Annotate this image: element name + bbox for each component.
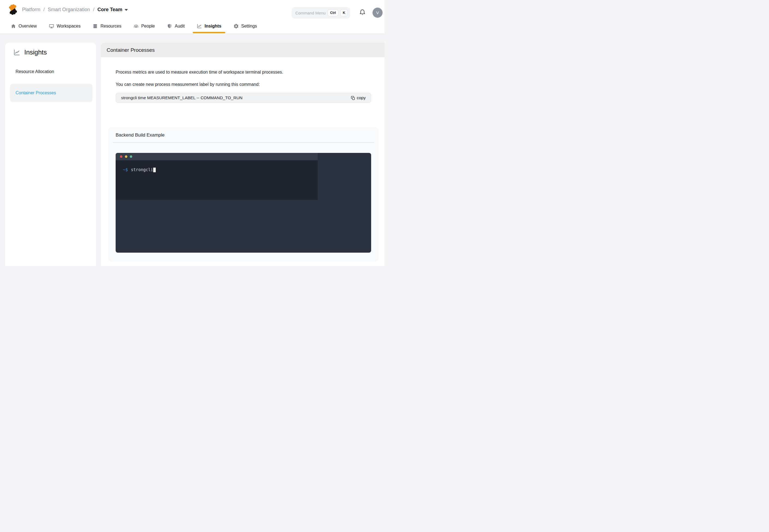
snippet-code-text: strongcli time MEASUREMENT_LABEL -- COMM… [121,95,351,100]
command-menu-label: Command Menu [295,11,325,15]
tab-audit[interactable]: Audit [166,19,185,33]
tab-label: Audit [175,24,185,29]
app-header: Platform / Smart Organization / Core Tea… [0,0,384,33]
brand-logo-icon[interactable] [8,4,18,15]
traffic-light-red-icon [120,155,122,158]
breadcrumb-item-platform[interactable]: Platform [22,7,40,13]
line-chart-icon [197,23,202,29]
breadcrumb-separator: / [93,7,94,13]
tab-people[interactable]: People [133,19,155,33]
tab-settings[interactable]: Settings [233,19,258,33]
tab-overview[interactable]: Overview [10,19,37,33]
bell-icon [358,8,366,16]
metrics-description: Process metrics are used to measure exec… [116,70,283,75]
terminal-screenshot: ~$strongcli [116,153,318,200]
page-title: Container Processes [107,47,155,53]
keycap-ctrl: Ctrl [327,9,338,17]
page-title-bar: Container Processes [101,43,384,57]
database-icon [92,23,98,29]
breadcrumb-item-team[interactable]: Core Team [97,7,128,13]
tab-label: Settings [241,24,257,29]
copy-icon [351,96,355,100]
sidebar-title: Insights [24,49,47,56]
terminal-cursor [153,168,156,172]
team-name: Core Team [97,7,122,13]
breadcrumb: Platform / Smart Organization / Core Tea… [22,7,128,13]
traffic-light-green-icon [130,155,132,158]
terminal-prompt: ~$ [123,167,128,172]
traffic-light-yellow-icon [125,155,127,158]
main-panel: Process metrics are used to measure exec… [101,57,384,266]
breadcrumb-separator: / [43,7,45,13]
terminal-titlebar [116,153,318,160]
chevron-down-icon [125,9,128,11]
tab-label: Resources [100,24,121,29]
sidebar-item-label: Container Processes [16,90,56,95]
shield-icon [167,23,172,29]
gear-icon [233,23,239,29]
insights-sidebar: Insights Resource Allocation Container P… [5,43,96,266]
copy-label: copy [357,95,366,100]
tab-label: Insights [204,24,221,29]
sidebar-header: Insights [13,49,47,56]
sidebar-item-container-processes[interactable]: Container Processes [10,84,92,102]
sidebar-item-resource-allocation[interactable]: Resource Allocation [16,69,54,74]
home-icon [11,23,16,29]
tab-insights[interactable]: Insights [196,19,222,33]
tab-label: People [141,24,155,29]
keycap-k: K [340,9,348,17]
terminal-screen: ~$strongcli [116,160,318,200]
notification-bell-button[interactable] [358,8,366,17]
example-title: Backend Build Example [116,132,165,138]
terminal-typed-command: strongcli [131,167,153,172]
tab-workspaces[interactable]: Workspaces [48,19,81,33]
command-menu-button[interactable]: Command Menu Ctrl K [291,7,350,19]
user-avatar[interactable]: V [372,8,382,18]
tab-label: Workspaces [57,24,81,29]
people-icon [133,23,139,29]
breadcrumb-item-organization[interactable]: Smart Organization [48,7,90,13]
nav-tabs: Overview Workspaces Resources People Aud… [10,19,257,33]
terminal-window: ~$strongcli [116,153,371,253]
monitor-icon [49,23,54,29]
tab-label: Overview [19,24,37,29]
avatar-initial: V [376,10,379,15]
copy-button[interactable]: copy [351,95,366,100]
line-chart-icon [13,49,20,56]
tab-resources[interactable]: Resources [92,19,122,33]
example-card: Backend Build Example ~$strongcli [108,127,378,262]
command-snippet: strongcli time MEASUREMENT_LABEL -- COMM… [116,93,371,103]
divider [113,142,374,143]
command-instruction: You can create new process measurement l… [116,82,260,87]
